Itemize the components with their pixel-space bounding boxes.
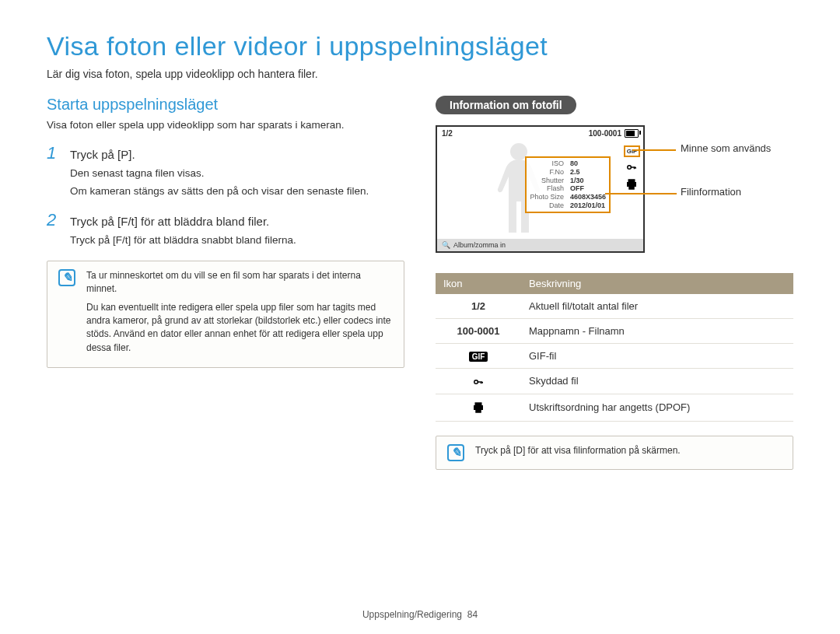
step-number: 2 (47, 210, 62, 230)
step-number: 1 (47, 143, 62, 163)
step-subtext: Om kameran stängs av sätts den på och vi… (70, 184, 404, 199)
step-text: Tryck på [P]. (70, 147, 135, 163)
table-row: 1/2 Aktuell fil/totalt antal filer (436, 294, 793, 319)
info-value: OFF (567, 184, 609, 193)
page-title: Visa foton eller videor i uppspelningslä… (47, 31, 793, 61)
battery-icon (625, 129, 639, 138)
info-label: ISO (527, 159, 567, 168)
callout-fileinfo: Filinformation (681, 186, 741, 198)
icon-cell: 100-0001 (436, 319, 521, 344)
note-box: ✎ Tryck på [D] för att visa filinformati… (436, 436, 793, 470)
step-subtext: Den senast tagna filen visas. (70, 166, 404, 181)
bottom-bar-text: Album/zomma in (453, 241, 506, 249)
camera-top-bar: 1/2 100-0001 (437, 127, 643, 140)
icon-cell: 1/2 (436, 294, 521, 319)
note-box: ✎ Ta ur minneskortet om du vill se en fi… (47, 261, 404, 368)
info-value: 80 (567, 159, 609, 168)
icon-description-table: Ikon Beskrivning 1/2 Aktuell fil/totalt … (436, 273, 793, 422)
icon-cell (436, 369, 521, 394)
section-intro: Visa foton eller spela upp videoklipp so… (47, 118, 404, 132)
key-icon (473, 377, 484, 387)
info-label: Flash (527, 184, 567, 193)
info-label: Shutter (527, 177, 567, 185)
note-text: Ta ur minneskortet om du vill se en fil … (86, 269, 393, 359)
info-label: Date (527, 201, 567, 210)
table-row: GIF GIF-fil (436, 344, 793, 369)
note-text: Tryck på [D] för att visa filinformation… (475, 444, 681, 461)
icon-cell (436, 394, 521, 421)
callout-memory: Minne som används (681, 142, 771, 154)
note-paragraph: Du kan eventuellt inte redigera eller sp… (86, 301, 393, 356)
gif-badge-icon: GIF (469, 352, 488, 362)
table-row: 100-0001 Mappnamn - Filnamn (436, 319, 793, 344)
steps-list: 1 Tryck på [P]. Den senast tagna filen v… (47, 143, 404, 248)
step-text: Tryck på [F/t] för att bläddra bland fil… (70, 214, 269, 229)
section-pill: Information om fotofil (436, 96, 576, 114)
info-value: 1/30 (567, 177, 609, 185)
desc-cell: Aktuell fil/totalt antal filer (521, 294, 793, 319)
desc-cell: Skyddad fil (521, 369, 793, 394)
desc-cell: Mappnamn - Filnamn (521, 319, 793, 344)
camera-bottom-bar: 🔍 Album/zomma in (437, 239, 643, 251)
table-row: Skyddad fil (436, 369, 793, 394)
svg-point-2 (474, 380, 478, 384)
info-label: Photo Size (527, 193, 567, 201)
footer-section: Uppspelning/Redigering (362, 609, 462, 620)
camera-screen: 1/2 100-0001 GIF (436, 125, 645, 253)
info-value: 2.5 (567, 168, 609, 177)
left-column: Starta uppspelningsläget Visa foton elle… (47, 96, 404, 470)
two-column-layout: Starta uppspelningsläget Visa foton elle… (47, 96, 793, 470)
note-icon: ✎ (58, 269, 75, 286)
page-subtitle: Lär dig visa foton, spela upp videoklipp… (47, 68, 793, 80)
info-label: F.No (527, 168, 567, 177)
counter-text: 1/2 (442, 129, 453, 138)
side-icons: GIF (624, 145, 640, 191)
icon-cell: GIF (436, 344, 521, 369)
file-info-box: ISO80 F.No2.5 Shutter1/30 FlashOFF Photo… (525, 156, 611, 213)
gif-icon: GIF (624, 145, 640, 157)
camera-screen-wrap: 1/2 100-0001 GIF (436, 125, 793, 265)
note-icon: ✎ (447, 444, 464, 461)
printer-icon (625, 177, 639, 191)
desc-cell: Utskriftsordning har angetts (DPOF) (521, 394, 793, 421)
right-column: Information om fotofil 1/2 100-0001 GIF (436, 96, 793, 470)
info-value: 2012/01/01 (567, 201, 609, 210)
printer-icon (471, 401, 485, 415)
table-header-desc: Beskrivning (521, 273, 793, 294)
note-paragraph: Ta ur minneskortet om du vill se en fil … (86, 269, 393, 296)
footer-page-number: 84 (467, 609, 478, 620)
step-1: 1 Tryck på [P]. Den senast tagna filen v… (47, 143, 404, 199)
step-2: 2 Tryck på [F/t] för att bläddra bland f… (47, 210, 404, 248)
info-value: 4608X3456 (567, 193, 609, 201)
zoom-icon: 🔍 (442, 241, 450, 249)
section-title-start: Starta uppspelningsläget (47, 96, 404, 114)
step-subtext: Tryck på [F/t] för att bläddra snabbt bl… (70, 233, 404, 248)
key-icon (626, 162, 637, 173)
svg-point-0 (628, 166, 632, 170)
table-header-icon: Ikon (436, 273, 521, 294)
desc-cell: GIF-fil (521, 344, 793, 369)
table-row: Utskriftsordning har angetts (DPOF) (436, 394, 793, 421)
page-footer: Uppspelning/Redigering 84 (0, 609, 840, 620)
filename-text: 100-0001 (589, 129, 621, 138)
